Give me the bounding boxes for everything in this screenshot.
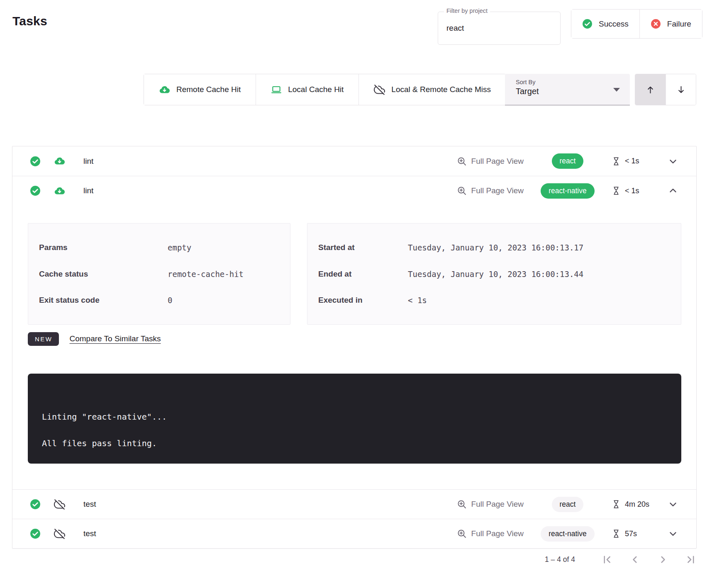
task-duration: 57s: [625, 530, 637, 538]
success-icon: [582, 19, 593, 29]
ended-at-label: Ended at: [318, 270, 408, 279]
failure-icon: [651, 19, 661, 29]
success-filter-label: Success: [599, 19, 629, 29]
params-row: Params empty: [28, 243, 290, 252]
page-title: Tasks: [12, 14, 47, 28]
cache-miss-filter-button[interactable]: Local & Remote Cache Miss: [358, 74, 506, 105]
project-badge[interactable]: react-native: [541, 183, 594, 199]
pagination: 1 – 4 of 4: [545, 554, 696, 565]
remote-cache-hit-label: Remote Cache Hit: [176, 85, 241, 94]
first-page-button[interactable]: [602, 554, 613, 565]
new-badge: NEW: [28, 332, 59, 346]
started-at-label: Started at: [318, 243, 408, 252]
hourglass-icon: [612, 186, 621, 195]
executed-in-label: Executed in: [318, 296, 408, 305]
cloud-download-icon: [54, 185, 65, 197]
chevron-down-icon: [668, 528, 678, 539]
local-cache-hit-label: Local Cache Hit: [288, 85, 344, 94]
failure-filter-button[interactable]: Failure: [639, 10, 702, 38]
full-page-view-link[interactable]: Full Page View: [457, 529, 524, 539]
project-filter-input[interactable]: [438, 12, 560, 44]
cache-filter-group: Remote Cache Hit Local Cache Hit Local &…: [144, 74, 506, 105]
params-value: empty: [168, 243, 191, 252]
failure-filter-label: Failure: [667, 19, 691, 29]
sort-by-select[interactable]: Sort By Target: [505, 74, 630, 105]
terminal-line: Linting "react-native"...: [42, 403, 681, 430]
next-page-button[interactable]: [657, 554, 668, 565]
project-badge[interactable]: react: [552, 153, 584, 169]
laptop-icon: [271, 84, 282, 95]
zoom-in-icon: [457, 499, 467, 509]
task-details-panel: Params empty Cache status remote-cache-h…: [12, 205, 696, 489]
sort-descending-button[interactable]: [666, 74, 696, 105]
params-label: Params: [39, 243, 168, 252]
full-page-view-label: Full Page View: [471, 529, 524, 538]
previous-page-button[interactable]: [629, 554, 641, 565]
zoom-in-icon: [457, 529, 467, 539]
caret-down-icon: [613, 88, 620, 92]
expand-row-button[interactable]: [664, 499, 682, 510]
exit-code-row: Exit status code 0: [28, 296, 290, 305]
zoom-in-icon: [457, 186, 467, 196]
started-at-row: Started at Tuesday, January 10, 2023 16:…: [307, 243, 681, 252]
task-name: lint: [83, 157, 93, 166]
task-duration: < 1s: [625, 157, 639, 165]
project-filter-label: Filter by project: [444, 7, 490, 14]
success-status-icon: [30, 528, 41, 539]
task-row-lint-react-native[interactable]: lint Full Page View react-native < 1s: [12, 176, 696, 205]
task-timing-panel: Started at Tuesday, January 10, 2023 16:…: [307, 223, 681, 325]
full-page-view-link[interactable]: Full Page View: [457, 156, 524, 166]
ended-at-row: Ended at Tuesday, January 10, 2023 16:00…: [307, 270, 681, 279]
task-row-test-react[interactable]: test Full Page View react 4m 20s: [12, 489, 696, 519]
executed-in-value: < 1s: [408, 296, 427, 305]
sort-by-label: Sort By: [516, 79, 630, 85]
cloud-download-icon: [159, 84, 170, 95]
arrow-down-icon: [676, 85, 686, 95]
started-at-value: Tuesday, January 10, 2023 16:00:13.17: [408, 243, 583, 252]
project-filter-field: Filter by project: [438, 12, 561, 45]
task-meta-panel: Params empty Cache status remote-cache-h…: [28, 223, 290, 325]
expand-row-button[interactable]: [664, 156, 682, 167]
project-badge[interactable]: react-native: [541, 526, 594, 542]
compare-similar-tasks-link[interactable]: Compare To Similar Tasks: [70, 334, 161, 343]
expand-row-button[interactable]: [664, 528, 682, 539]
success-filter-button[interactable]: Success: [571, 10, 639, 38]
cache-status-value: remote-cache-hit: [168, 270, 244, 279]
status-filter-group: Success Failure: [571, 9, 702, 39]
exit-code-value: 0: [168, 296, 172, 305]
task-name: test: [83, 529, 96, 538]
task-list: lint Full Page View react < 1s lint: [12, 146, 697, 549]
full-page-view-link[interactable]: Full Page View: [457, 499, 524, 509]
cloud-off-icon: [374, 84, 385, 95]
sort-ascending-button[interactable]: [635, 74, 666, 105]
executed-in-row: Executed in < 1s: [307, 296, 681, 305]
terminal-output: Linting "react-native"... All files pass…: [28, 374, 681, 464]
cache-status-row: Cache status remote-cache-hit: [28, 270, 290, 279]
task-duration: 4m 20s: [625, 500, 649, 509]
exit-code-label: Exit status code: [39, 296, 168, 305]
task-row-lint-react[interactable]: lint Full Page View react < 1s: [12, 146, 696, 176]
chevron-down-icon: [668, 156, 678, 167]
task-row-test-react-native[interactable]: test Full Page View react-native 57s: [12, 519, 696, 548]
task-duration: < 1s: [625, 187, 639, 195]
local-cache-hit-filter-button[interactable]: Local Cache Hit: [256, 74, 358, 105]
full-page-view-label: Full Page View: [471, 157, 524, 166]
full-page-view-link[interactable]: Full Page View: [457, 186, 524, 196]
cloud-download-icon: [54, 156, 65, 167]
task-name: test: [83, 500, 96, 509]
sort-by-value: Target: [516, 87, 630, 96]
arrow-up-icon: [646, 85, 655, 95]
success-status-icon: [30, 185, 41, 196]
hourglass-icon: [612, 500, 621, 509]
cloud-off-icon: [54, 528, 65, 539]
project-badge[interactable]: react: [552, 497, 584, 512]
ended-at-value: Tuesday, January 10, 2023 16:00:13.44: [408, 270, 583, 279]
cloud-off-icon: [54, 499, 65, 510]
collapse-row-button[interactable]: [664, 185, 682, 196]
remote-cache-hit-filter-button[interactable]: Remote Cache Hit: [144, 74, 256, 105]
last-page-button[interactable]: [685, 554, 696, 565]
terminal-line: All files pass linting.: [42, 430, 681, 457]
chevron-up-icon: [668, 185, 678, 196]
task-name: lint: [83, 186, 93, 195]
hourglass-icon: [612, 529, 621, 538]
